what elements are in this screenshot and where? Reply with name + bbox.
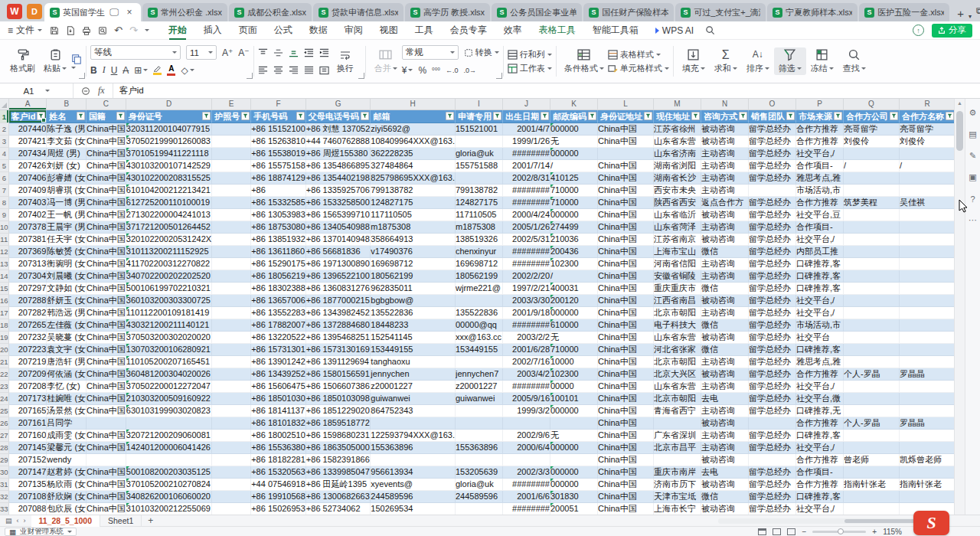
rows-columns-button[interactable]: 行和列 [508, 49, 552, 60]
cell[interactable]: 留学总经办 [749, 295, 796, 307]
print-icon[interactable] [82, 26, 91, 35]
cell[interactable]: 2003/4/2 [503, 368, 550, 381]
cell[interactable]: 155363896 [456, 442, 503, 454]
number-dialog-launcher[interactable] [496, 73, 502, 79]
cell[interactable]: 2003/3/30 [503, 295, 550, 307]
cell[interactable]: 370105200210270824 [126, 479, 212, 491]
borders-button[interactable]: ⊞ [134, 65, 148, 76]
cell[interactable]: +86 18874129 [251, 172, 306, 185]
tab-formula[interactable]: 公式 [266, 21, 301, 40]
cell[interactable]: 罗晶晶 [900, 368, 954, 381]
cell[interactable]: 207402 [9, 209, 47, 221]
cell[interactable]: 2001/6/28 [503, 344, 550, 356]
cell[interactable]: +86 13439252 [251, 368, 306, 381]
tab-member[interactable]: 会员专享 [442, 21, 495, 40]
cell[interactable]: 153449155 [371, 344, 456, 356]
cell[interactable]: 市场活动,市 [796, 319, 844, 332]
cell[interactable]: 河南省信阳 [654, 258, 701, 270]
column-letter-A[interactable]: A [9, 99, 47, 110]
tab-page[interactable]: 页面 [230, 21, 266, 40]
cell[interactable]: China中国 [598, 172, 654, 185]
cell[interactable]: +86 1339985047 [306, 466, 371, 479]
cell[interactable]: 袁文宇 (女 [47, 344, 87, 356]
cell[interactable]: 安徽省铜陵 [654, 270, 701, 283]
highlight-color-button[interactable] [153, 65, 162, 75]
file-tab[interactable]: S宁夏教师样本.xlsx [767, 3, 858, 21]
distribute-icon[interactable] [319, 66, 329, 75]
cell[interactable]: 北京市朝阳 [654, 393, 701, 405]
cell[interactable]: 合作项目- [796, 466, 844, 479]
cell[interactable]: +86 1533258500 [306, 197, 371, 209]
cell[interactable]: / [844, 160, 900, 172]
cell[interactable]: 2005/9/16 [503, 393, 550, 405]
cell[interactable] [212, 319, 251, 332]
filter-icon[interactable] [446, 112, 454, 120]
cell[interactable]: 赵君婷 (女 [47, 466, 87, 479]
column-letter-D[interactable]: D [126, 99, 212, 110]
cell[interactable] [844, 148, 900, 160]
find-button[interactable]: 查找 [838, 47, 871, 75]
cell[interactable]: +86 [251, 185, 306, 197]
header-cell[interactable]: 国籍 [87, 110, 126, 123]
cell[interactable]: 2002/5/31 [503, 234, 550, 246]
cell[interactable]: +86 1859518772 [306, 417, 371, 430]
cell[interactable]: 360103200303300725 [126, 295, 212, 307]
cell[interactable]: China中国 [598, 221, 654, 234]
quick-access-caret-icon[interactable] [145, 29, 149, 31]
align-bottom-icon[interactable] [289, 48, 299, 57]
cell[interactable]: +86 1335925706 [306, 185, 371, 197]
export-pdf-icon[interactable] [66, 26, 75, 35]
cell[interactable]: China中国 [598, 454, 654, 466]
cell[interactable] [212, 393, 251, 405]
cell[interactable]: 00000@qq [456, 319, 503, 332]
cell[interactable]: 430321200211140121 [126, 319, 212, 332]
cell[interactable]: 210036 [550, 234, 598, 246]
cell[interactable]: 2003/2/2 [503, 332, 550, 344]
cell[interactable] [900, 246, 954, 258]
cell[interactable] [654, 417, 701, 430]
cell[interactable] [212, 258, 251, 270]
paste-button[interactable]: 粘贴 [39, 47, 71, 75]
cell[interactable]: 留学总经办 [749, 136, 796, 148]
header-cell[interactable]: 父母电话号码 [306, 110, 371, 123]
wrap-text-button[interactable]: 换行 [329, 48, 361, 75]
cell[interactable]: 王一帆 (男 [47, 209, 87, 221]
row-number[interactable]: 10 [0, 221, 9, 234]
cell[interactable]: 被动咨询 [701, 209, 749, 221]
redo-icon[interactable]: ↷ [129, 25, 138, 36]
cell[interactable]: 被动咨询 [701, 123, 749, 136]
cell[interactable] [844, 209, 900, 221]
font-size-select[interactable]: 11 [186, 45, 217, 60]
new-tab-button[interactable]: + [951, 7, 969, 21]
cell[interactable]: 244589596 [371, 491, 456, 503]
cell[interactable]: China中国 [598, 491, 654, 503]
cell[interactable] [900, 442, 954, 454]
cell[interactable]: 207152 [9, 454, 47, 466]
cell[interactable]: 371721200501264452 [126, 221, 212, 234]
cell[interactable]: 口碑推荐,客 [796, 491, 844, 503]
cell[interactable] [844, 393, 900, 405]
cell[interactable] [900, 466, 954, 479]
zoom-out-icon[interactable]: − [802, 528, 806, 536]
cell[interactable]: China中国 [87, 442, 126, 454]
cell[interactable]: m1875308 [456, 221, 503, 234]
cell[interactable] [212, 148, 251, 160]
cell[interactable]: 亮哥留学 [900, 123, 954, 136]
cell[interactable]: +86 1582391866 [306, 454, 371, 466]
column-letter-B[interactable]: B [47, 99, 87, 110]
cell[interactable]: +86 56681836 [306, 246, 371, 258]
format-painter-button[interactable]: 格式刷 [6, 47, 39, 75]
cell[interactable]: 000000 [550, 209, 598, 221]
cell[interactable]: China中国 [598, 246, 654, 258]
filter-icon[interactable] [890, 112, 898, 120]
cell[interactable]: 无 [550, 332, 598, 344]
cell[interactable]: 2002/7/16 [503, 356, 550, 368]
cell[interactable]: 包欣辰 (女 [47, 503, 87, 515]
cell[interactable]: 口碑推荐,客 [796, 430, 844, 442]
cell[interactable]: 曾老师 [844, 454, 900, 466]
cell[interactable]: 亮哥留学 [844, 123, 900, 136]
cell[interactable] [654, 454, 701, 466]
cell[interactable]: 山东省临沂 [654, 209, 701, 221]
filter-icon[interactable] [241, 112, 250, 120]
cell[interactable]: China中国 [598, 197, 654, 209]
